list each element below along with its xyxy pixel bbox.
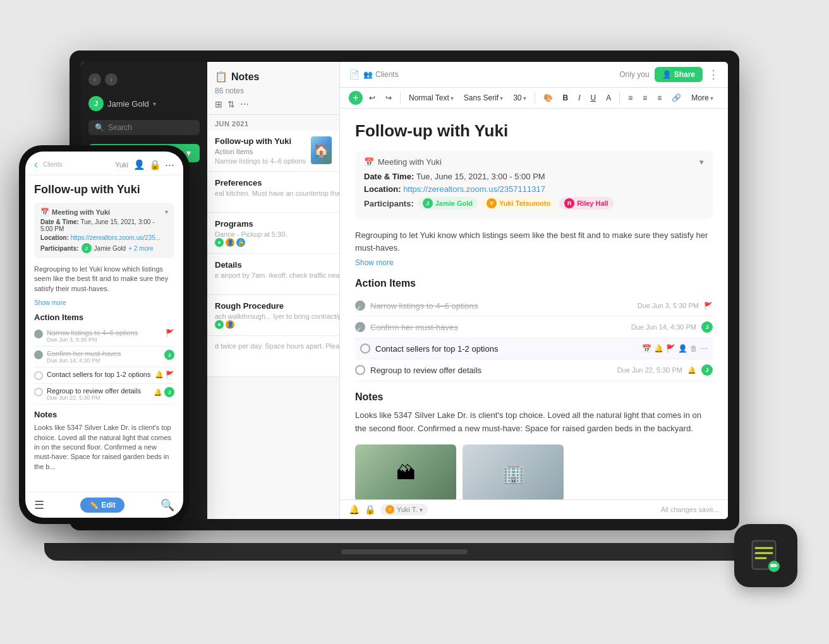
list-item[interactable]: Preferences eal kitchen. Must have an co… <box>207 172 339 213</box>
meeting-expand-button[interactable]: ▾ <box>165 208 168 215</box>
action-checkbox[interactable]: ✓ <box>355 301 365 311</box>
bullet-list-button[interactable]: ≡ <box>624 92 636 104</box>
italic-button[interactable]: I <box>574 92 584 104</box>
action-item: Narrow listings to 4–6 options Due Jun 3… <box>34 326 174 347</box>
bell-icon[interactable]: 🔔 <box>349 504 360 515</box>
meeting-label: 📅 Meeting with Yuki <box>364 157 442 167</box>
user-info[interactable]: J Jamie Gold ▾ <box>81 91 207 116</box>
user-chip[interactable]: Y Yuki T. ▾ <box>380 504 428 515</box>
editor-content: Follow-up with Yuki 📅 Meeting with Yuki … <box>340 109 728 499</box>
menu-icon[interactable]: ☰ <box>34 498 44 512</box>
photo-building <box>463 444 564 499</box>
action-due: Due Jun 14, 4:30 PM <box>47 357 160 364</box>
flag-icon: 🚩 <box>704 302 713 310</box>
action-checkbox[interactable] <box>34 330 43 338</box>
forward-button[interactable]: › <box>105 73 118 86</box>
font-size-button[interactable]: 30 ▾ <box>509 92 529 104</box>
list-item[interactable]: Rough Procedure ach walkthrough... lyer … <box>207 295 339 336</box>
note-title: Programs <box>215 219 332 229</box>
notes-count: 86 notes <box>215 86 332 95</box>
action-item: Contact sellers for top 1-2 options 📅 🔔 … <box>355 338 713 359</box>
shield-icon[interactable]: 🔒 <box>149 159 161 170</box>
highlight-button[interactable]: A <box>602 92 615 104</box>
share-button[interactable]: 👤 Share <box>655 67 703 82</box>
action-checkbox[interactable] <box>34 371 43 380</box>
font-button[interactable]: Sans Serif ▾ <box>460 92 507 104</box>
lock-icon[interactable]: 🔒 <box>365 504 375 515</box>
more-participants-label: + 2 more <box>128 245 154 252</box>
search-icon: 🔍 <box>95 123 104 132</box>
location-link[interactable]: https://zerealtors.zoom.us/2357111317 <box>403 184 545 194</box>
action-items-section-title: Action Items <box>355 278 713 289</box>
phone-back-button[interactable]: ‹ <box>34 158 38 171</box>
note-preview: ach walkthrough... lyer to bring contrac… <box>215 313 340 320</box>
notes-title: 📋 Notes <box>215 71 332 83</box>
user-chip-avatar: Y <box>385 505 394 514</box>
phone-breadcrumb: Clients <box>43 161 110 168</box>
meeting-expand-button[interactable]: ▾ <box>699 157 704 167</box>
location-row: Location: https://zerealtors.zoom.us/235… <box>364 184 704 194</box>
show-more-button[interactable]: Show more <box>355 258 394 267</box>
bold-button[interactable]: B <box>559 92 572 104</box>
list-item[interactable]: Programs Dance - Pickup at 5:30. ● 👤 🔒 <box>207 213 339 254</box>
action-item: Regroup to review offer details Due Jun … <box>34 384 174 405</box>
phone-search-icon[interactable]: 🔍 <box>160 498 174 512</box>
sort-icon[interactable]: ⇅ <box>227 99 235 109</box>
notepad-app-icon[interactable]: ✏ <box>734 524 797 587</box>
person-icon[interactable]: 👤 <box>133 159 145 170</box>
phone-shell: ‹ Clients Yuki 👤 🔒 ⋯ Follow-up with Yuki… <box>19 145 190 524</box>
edit-button[interactable]: ✏️ Edit <box>80 498 124 513</box>
action-text: Regroup to review offer details <box>47 387 150 395</box>
list-item[interactable]: d twice per day. Space hours apart. Plea… <box>207 336 339 377</box>
editor-panel: 📄 👥 Clients Only you 👤 Share ⋮ <box>340 62 728 519</box>
color-button[interactable]: 🎨 <box>540 92 557 104</box>
more-icon[interactable]: ⋯ <box>240 99 249 109</box>
dropdown-arrow-icon: ▾ <box>451 95 454 102</box>
user-dropdown-icon: ▾ <box>153 100 156 107</box>
action-text: Confirm her must-haves <box>47 350 160 357</box>
undo-button[interactable]: ↩ <box>365 92 379 104</box>
action-checkbox[interactable]: ✓ <box>355 322 365 332</box>
underline-button[interactable]: U <box>587 92 600 104</box>
trash-icon: 🗑 <box>690 344 698 353</box>
redo-button[interactable]: ↪ <box>382 92 396 104</box>
participant-chip: Y Yuki Tetsumoto <box>481 197 555 210</box>
phone-show-more-button[interactable]: Show more <box>34 299 66 306</box>
note-main-title: Follow-up with Yuki <box>355 121 713 141</box>
list-item[interactable]: Follow-up with Yuki Action Items Narrow … <box>207 130 339 172</box>
flag-icon: 🚩 <box>166 371 174 379</box>
text-style-button[interactable]: Normal Text ▾ <box>405 92 457 104</box>
action-checkbox[interactable] <box>34 388 43 397</box>
notepad-icon-graphic: ✏ <box>747 537 785 575</box>
assignee-avatar: J <box>164 387 174 397</box>
phone-location-link[interactable]: https://zerealtors.zoom.us/235... <box>71 234 160 241</box>
more-button[interactable]: More ▾ <box>687 92 717 104</box>
phone-screen: ‹ Clients Yuki 👤 🔒 ⋯ Follow-up with Yuki… <box>25 152 183 518</box>
assignee-avatar: J <box>164 350 174 360</box>
search-bar[interactable]: 🔍 Search <box>88 120 200 135</box>
action-text: Contact sellers for top 1-2 options <box>375 344 637 354</box>
action-checkbox[interactable] <box>360 343 370 354</box>
phone-user-label: Yuki <box>115 161 128 169</box>
more-icon[interactable]: ⋯ <box>165 159 174 170</box>
filter-icon[interactable]: ⊞ <box>215 99 222 109</box>
assignee-avatar: J <box>701 321 713 333</box>
participants-row: Participants: J Jamie Gold Y Yuki Tetsum… <box>364 197 704 210</box>
assignee-avatar: J <box>701 364 713 376</box>
notes-toolbar: ⊞ ⇅ ⋯ <box>215 99 332 109</box>
divider <box>619 92 620 104</box>
action-checkbox[interactable] <box>355 365 365 375</box>
flag-icon: 🚩 <box>166 329 174 337</box>
back-button[interactable]: ‹ <box>88 73 101 86</box>
action-checkbox[interactable] <box>34 350 43 359</box>
add-content-button[interactable]: + <box>349 91 363 105</box>
numbered-list-button[interactable]: ≡ <box>639 92 651 104</box>
link-button[interactable]: 🔗 <box>668 92 685 104</box>
dropdown-arrow-icon: ▾ <box>186 148 191 158</box>
more-options-button[interactable]: ⋮ <box>708 68 719 81</box>
phone-action-items-title: Action Items <box>34 313 174 322</box>
clients-icon: 👥 <box>363 70 373 79</box>
indent-button[interactable]: ≡ <box>653 92 665 104</box>
note-title: Rough Procedure <box>215 301 340 311</box>
list-item[interactable]: Details e airport by 7am. ikeoff, check … <box>207 254 339 295</box>
